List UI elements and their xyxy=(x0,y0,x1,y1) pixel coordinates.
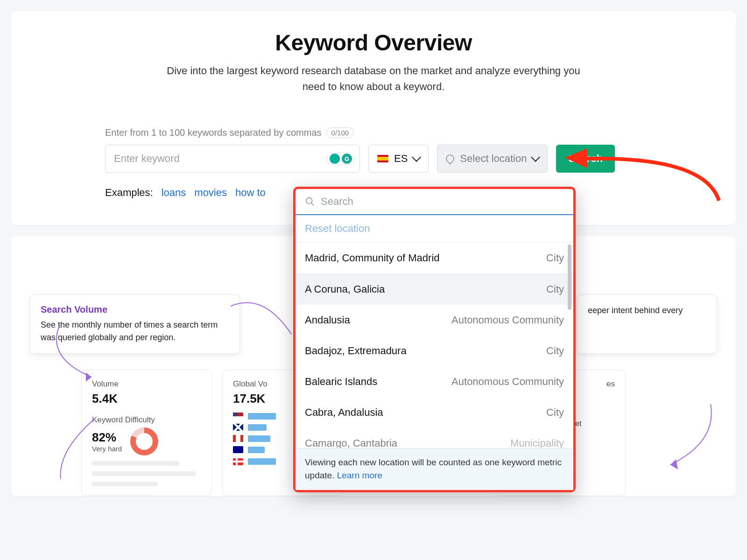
input-addons: G xyxy=(326,152,355,165)
location-item[interactable]: Cabra, AndalusiaCity xyxy=(296,397,573,428)
location-item[interactable]: Balearic IslandsAutonomous Community xyxy=(296,366,573,397)
chevron-down-icon xyxy=(412,153,421,162)
keyword-prompt: Enter from 1 to 100 keywords separated b… xyxy=(105,127,642,138)
reset-location[interactable]: Reset location xyxy=(296,215,573,243)
location-type: Autonomous Community xyxy=(451,376,564,388)
location-name: Badajoz, Extremadura xyxy=(305,345,407,357)
svg-line-2 xyxy=(311,203,314,206)
database-select[interactable]: ES xyxy=(368,145,429,173)
svg-point-1 xyxy=(306,198,312,204)
examples-label: Examples: xyxy=(105,187,153,199)
location-item[interactable]: Camargo, CantabriaMunicipality xyxy=(296,428,573,448)
placeholder-line xyxy=(92,461,179,466)
volume-card: Volume 5.4K Keyword Difficulty 82% Very … xyxy=(81,370,212,496)
location-list[interactable]: Madrid, Community of MadridCity A Coruna… xyxy=(296,243,573,448)
flag-gb-icon xyxy=(233,424,243,431)
bulb-icon[interactable] xyxy=(330,154,340,164)
location-dropdown: Reset location Madrid, Community of Madr… xyxy=(293,187,576,492)
flag-es-icon xyxy=(377,155,388,162)
location-select[interactable]: Select location xyxy=(437,145,548,173)
feature-card: Search Volume See the monthly number of … xyxy=(30,294,240,354)
flag-us-icon xyxy=(233,413,243,420)
donut-chart-icon xyxy=(130,427,158,455)
dropdown-footer: Viewing each new location will be counte… xyxy=(296,448,573,490)
placeholder-line xyxy=(92,482,157,486)
keyword-input[interactable] xyxy=(105,145,360,173)
kd-value: 82% xyxy=(92,430,122,445)
example-howto[interactable]: how to xyxy=(235,187,266,199)
location-type: Municipality xyxy=(510,437,564,448)
location-name: Cabra, Andalusia xyxy=(305,406,383,419)
search-button[interactable]: Search xyxy=(556,145,614,173)
location-placeholder: Select location xyxy=(460,153,527,165)
flag-ca-icon xyxy=(233,435,243,442)
location-name: Balearic Islands xyxy=(305,376,377,388)
feature-title: Search Volume xyxy=(41,304,229,315)
page-title: Keyword Overview xyxy=(30,30,717,56)
location-name: Andalusia xyxy=(305,314,350,326)
feature-desc: eeper intent behind every xyxy=(588,304,706,317)
database-label: ES xyxy=(394,153,408,165)
kd-label: Keyword Difficulty xyxy=(92,415,201,425)
search-icon xyxy=(305,196,315,207)
volume-value: 5.4K xyxy=(92,392,201,406)
location-type: City xyxy=(546,252,564,264)
feature-desc: See the monthly number of times a search… xyxy=(41,319,229,344)
chevron-down-icon xyxy=(531,153,541,162)
flag-au-icon xyxy=(233,446,243,453)
scrollbar[interactable] xyxy=(568,245,571,310)
location-item[interactable]: Madrid, Community of MadridCity xyxy=(296,243,573,274)
location-item[interactable]: A Coruna, GaliciaCity xyxy=(296,274,573,305)
flag-no-icon xyxy=(233,458,243,465)
location-type: City xyxy=(546,345,564,357)
kd-level: Very hard xyxy=(92,445,122,453)
location-item[interactable]: Badajoz, ExtremaduraCity xyxy=(296,336,573,366)
location-name: A Coruna, Galicia xyxy=(305,283,385,295)
feature-card: eeper intent behind every xyxy=(577,294,717,354)
page-subtitle: Dive into the largest keyword research d… xyxy=(163,63,584,95)
grammarly-icon[interactable]: G xyxy=(342,154,352,164)
example-movies[interactable]: movies xyxy=(194,187,227,199)
location-type: Autonomous Community xyxy=(451,314,564,326)
location-name: Madrid, Community of Madrid xyxy=(305,252,440,264)
location-search-input[interactable] xyxy=(321,196,564,208)
prompt-text: Enter from 1 to 100 keywords separated b… xyxy=(105,127,322,138)
location-type: City xyxy=(546,406,564,419)
location-item[interactable]: AndalusiaAutonomous Community xyxy=(296,305,573,336)
volume-label: Volume xyxy=(92,379,201,389)
pin-icon xyxy=(444,153,456,164)
placeholder-line xyxy=(92,471,196,476)
keyword-counter: 0/100 xyxy=(326,127,354,138)
location-name: Camargo, Cantabria xyxy=(305,437,397,448)
learn-more-link[interactable]: Learn more xyxy=(337,470,382,480)
example-loans[interactable]: loans xyxy=(162,187,186,199)
location-type: City xyxy=(546,283,564,295)
